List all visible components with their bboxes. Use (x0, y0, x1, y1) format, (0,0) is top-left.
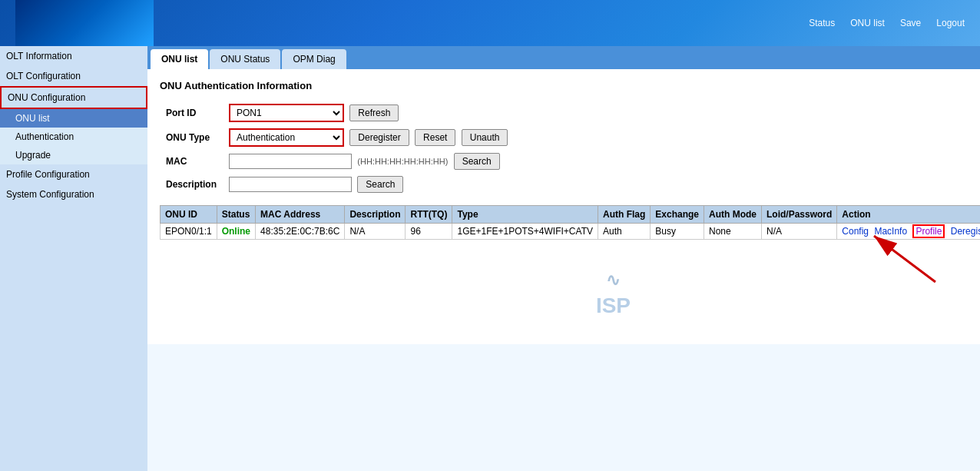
description-search-button[interactable]: Search (357, 176, 403, 193)
logo (15, 0, 154, 46)
col-rtt: RTT(TQ) (406, 206, 452, 224)
sidebar-item-authentication[interactable]: Authentication (0, 128, 147, 146)
page-title: ONU Authentication Information (160, 80, 980, 91)
cell-rtt: 96 (406, 224, 452, 240)
onu-type-select[interactable]: Authentication All Online Offline (229, 128, 344, 147)
col-onu-id: ONU ID (161, 206, 217, 224)
isp-text: ISP (596, 294, 631, 318)
cell-type: 1GE+1FE+1POTS+4WIFI+CATV (452, 224, 598, 240)
mac-label: MAC (160, 150, 223, 173)
sidebar-item-olt-information[interactable]: OLT Information (0, 46, 147, 66)
description-label: Description (160, 173, 223, 196)
cell-auth-mode: None (704, 224, 762, 240)
refresh-button[interactable]: Refresh (349, 104, 399, 121)
layout: OLT Information OLT Configuration ONU Co… (0, 46, 980, 471)
cell-description: N/A (345, 224, 406, 240)
unauth-button[interactable]: Unauth (462, 129, 508, 146)
top-nav: Status ONU list Save Logout (809, 18, 965, 28)
isp-logo: ∿ ISP (596, 270, 631, 318)
sidebar-item-onu-configuration[interactable]: ONU Configuration (0, 86, 147, 109)
tab-opm-diag[interactable]: OPM Diag (282, 49, 346, 69)
col-auth-mode: Auth Mode (704, 206, 762, 224)
watermark-area: ∿ ISP (160, 240, 980, 333)
port-id-select[interactable]: PON1 PON2 PON3 PON4 (229, 104, 344, 122)
col-exchange: Exchange (651, 206, 704, 224)
sidebar-item-upgrade[interactable]: Upgrade (0, 146, 147, 164)
mac-hint: (HH:HH:HH:HH:HH:HH) (357, 157, 448, 166)
mac-search-button[interactable]: Search (454, 153, 500, 170)
sidebar-item-onu-list[interactable]: ONU list (0, 109, 147, 128)
form-table: Port ID PON1 PON2 PON3 PON4 Refresh ONU … (160, 101, 514, 196)
col-status: Status (217, 206, 255, 224)
cell-mac-address: 48:35:2E:0C:7B:6C (256, 224, 345, 240)
mac-input[interactable] (229, 154, 352, 169)
action-macinfo[interactable]: MacInfo (874, 226, 907, 237)
cell-status: Online (217, 224, 255, 240)
nav-save[interactable]: Save (900, 18, 921, 28)
cell-auth-flag: Auth (598, 224, 650, 240)
cell-action: Config MacInfo Profile Deregister Reset … (837, 224, 980, 240)
col-loid-password: Loid/Password (762, 206, 837, 224)
sidebar-item-profile-configuration[interactable]: Profile Configuration (0, 164, 147, 184)
tab-onu-list[interactable]: ONU list (151, 49, 208, 69)
reset-button[interactable]: Reset (415, 129, 455, 146)
action-profile[interactable]: Profile (912, 224, 945, 238)
cell-exchange: Busy (651, 224, 704, 240)
sidebar: OLT Information OLT Configuration ONU Co… (0, 46, 147, 471)
data-table: ONU ID Status MAC Address Description RT… (160, 205, 980, 240)
nav-status[interactable]: Status (809, 18, 835, 28)
col-mac-address: MAC Address (256, 206, 345, 224)
top-header: Status ONU list Save Logout (0, 0, 980, 46)
col-description: Description (345, 206, 406, 224)
cell-loid-password: N/A (762, 224, 837, 240)
description-input[interactable] (229, 177, 352, 192)
onu-type-label: ONU Type (160, 125, 223, 150)
deregister-button[interactable]: Deregister (349, 129, 409, 146)
sidebar-item-system-configuration[interactable]: System Configuration (0, 184, 147, 204)
col-auth-flag: Auth Flag (598, 206, 650, 224)
sidebar-item-olt-configuration[interactable]: OLT Configuration (0, 66, 147, 86)
wifi-icon: ∿ (606, 270, 620, 290)
main-content: ONU list ONU Status OPM Diag ONU Authent… (147, 46, 980, 471)
cell-onu-id: EPON0/1:1 (161, 224, 217, 240)
table-row: EPON0/1:1 Online 48:35:2E:0C:7B:6C N/A 9… (161, 224, 981, 240)
col-type: Type (452, 206, 598, 224)
col-action: Action (837, 206, 980, 224)
nav-logout[interactable]: Logout (936, 18, 965, 28)
arrow-container: ONU ID Status MAC Address Description RT… (160, 205, 980, 240)
nav-onu-list[interactable]: ONU list (850, 18, 885, 28)
tab-onu-status[interactable]: ONU Status (210, 49, 280, 69)
action-config[interactable]: Config (842, 226, 869, 237)
tab-bar: ONU list ONU Status OPM Diag (147, 46, 980, 69)
port-id-label: Port ID (160, 101, 223, 125)
action-deregister[interactable]: Deregister (951, 226, 980, 237)
content-area: ONU Authentication Information Port ID P… (147, 69, 980, 344)
